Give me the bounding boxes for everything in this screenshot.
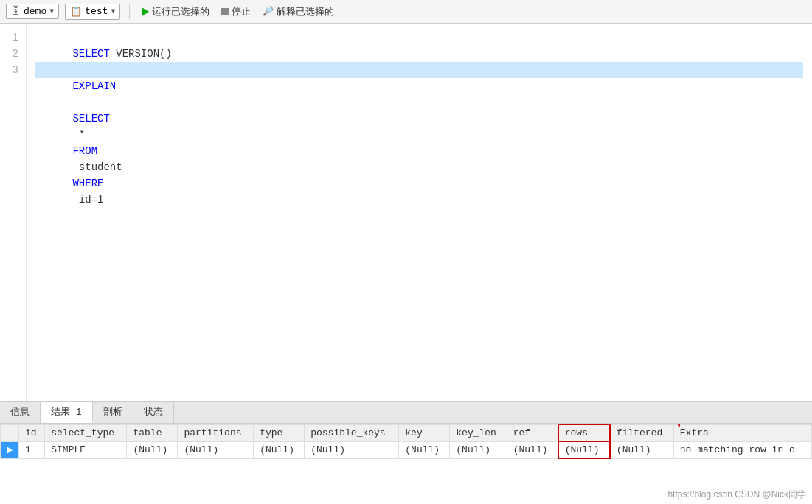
code-line-3: EXPLAIN SELECT * FROM student WHERE id=1 xyxy=(35,62,803,78)
result-table-container: 如果很大，可能需要优化 id select_type table partiti… xyxy=(0,424,812,504)
th-indicator xyxy=(1,424,19,441)
table-row: 1 SIMPLE (Null) (Null) (Null) (Null) (Nu… xyxy=(1,441,812,458)
keyword-explain: EXPLAIN xyxy=(72,80,116,92)
th-possible-keys: possible_keys xyxy=(305,424,399,441)
run-button[interactable]: 运行已选择的 xyxy=(139,4,212,20)
th-rows: rows xyxy=(558,424,610,441)
th-ref: ref xyxy=(507,424,558,441)
db-select-value: demo xyxy=(24,6,46,17)
tab-profile[interactable]: 剖析 xyxy=(93,402,133,423)
th-select-type: select_type xyxy=(45,424,127,441)
keyword-select: SELECT xyxy=(72,48,109,60)
stop-button[interactable]: 停止 xyxy=(218,4,254,20)
th-key-len: key_len xyxy=(450,424,507,441)
td-key-len: (Null) xyxy=(450,441,507,458)
line-number-1: 1 xyxy=(6,29,18,46)
editor-area: 1 2 3 SELECT VERSION() EXPLAIN SELECT * … xyxy=(0,24,812,401)
run-icon xyxy=(142,7,149,16)
result-table: id select_type table partitions type pos… xyxy=(0,424,812,459)
tab-info[interactable]: 信息 xyxy=(0,402,41,423)
db-dropdown-icon: ▼ xyxy=(49,7,54,15)
td-row-indicator xyxy=(1,441,19,458)
explain-icon: 🔎 xyxy=(263,6,274,17)
td-rows: (Null) xyxy=(558,441,610,458)
td-partitions: (Null) xyxy=(178,441,254,458)
th-filtered: filtered xyxy=(610,424,673,441)
schema-icon: 📋 xyxy=(70,6,82,18)
watermark: https://blog.csdn CSDN @Nick同学 xyxy=(667,489,806,501)
code-line-1: SELECT VERSION() xyxy=(35,29,803,46)
td-extra: no matching row in c xyxy=(673,441,811,458)
toolbar-divider xyxy=(129,4,130,19)
tab-status[interactable]: 状态 xyxy=(133,402,174,423)
row-indicator-triangle xyxy=(7,447,13,454)
explain-label: 解释已选择的 xyxy=(277,5,334,18)
td-ref: (Null) xyxy=(507,441,558,458)
th-id: id xyxy=(19,424,45,441)
th-key: key xyxy=(399,424,450,441)
db-icon: 🗄 xyxy=(11,6,21,17)
th-table: table xyxy=(127,424,178,441)
db-select[interactable]: 🗄 demo ▼ xyxy=(6,4,59,19)
table-header-row: id select_type table partitions type pos… xyxy=(1,424,812,441)
toolbar: 🗄 demo ▼ 📋 test ▼ 运行已选择的 停止 🔎 解释已选择的 xyxy=(0,0,812,24)
stop-label: 停止 xyxy=(232,5,251,18)
run-label: 运行已选择的 xyxy=(152,5,209,18)
td-filtered: (Null) xyxy=(610,441,673,458)
code-editor[interactable]: SELECT VERSION() EXPLAIN SELECT * FROM s… xyxy=(27,24,812,401)
schema-select-value: test xyxy=(85,6,108,17)
td-key: (Null) xyxy=(399,441,450,458)
keyword-from: FROM xyxy=(72,145,97,157)
explain-button[interactable]: 🔎 解释已选择的 xyxy=(260,4,337,20)
bottom-panel: 信息 结果 1 剖析 状态 如果很大，可能需要优化 id select_type… xyxy=(0,401,812,504)
keyword-where: WHERE xyxy=(72,178,103,189)
schema-select[interactable]: 📋 test ▼ xyxy=(65,4,120,20)
line-numbers: 1 2 3 xyxy=(0,24,27,401)
bottom-tabs: 信息 结果 1 剖析 状态 xyxy=(0,402,812,424)
schema-dropdown-icon: ▼ xyxy=(111,7,115,15)
tab-result1[interactable]: 结果 1 xyxy=(41,402,93,423)
line-number-2: 2 xyxy=(6,46,18,62)
stop-icon xyxy=(221,8,229,15)
td-select-type: SIMPLE xyxy=(45,441,127,458)
th-type: type xyxy=(254,424,305,441)
td-possible-keys: (Null) xyxy=(305,441,399,458)
th-partitions: partitions xyxy=(178,424,254,441)
td-table: (Null) xyxy=(127,441,178,458)
td-id: 1 xyxy=(19,441,45,458)
keyword-select2: SELECT xyxy=(72,113,109,125)
line-number-3: 3 xyxy=(6,62,18,78)
td-type: (Null) xyxy=(254,441,305,458)
th-extra: Extra xyxy=(673,424,811,441)
